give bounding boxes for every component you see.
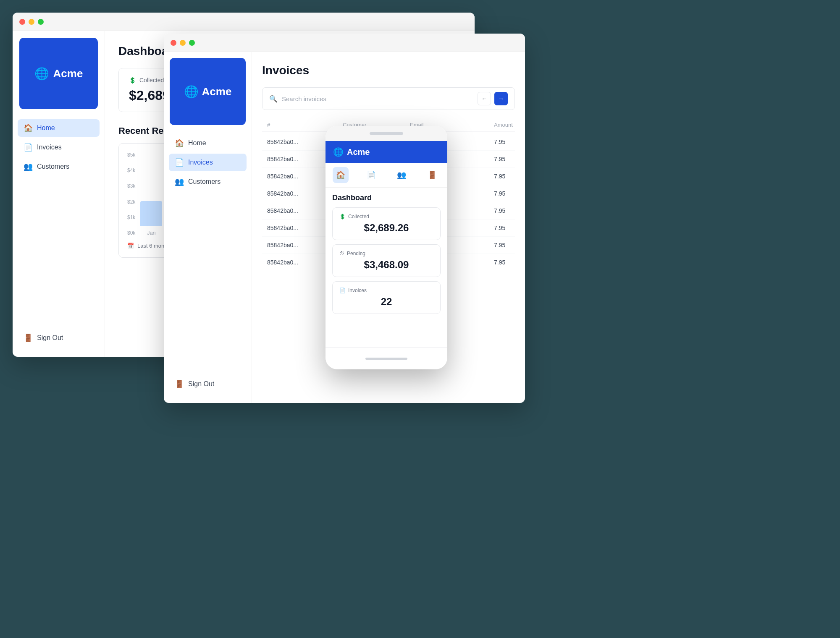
sidebar-customers-label: Customers bbox=[37, 163, 69, 170]
sidebar-invoices-label: Invoices bbox=[37, 144, 62, 151]
mobile-dashboard-title: Dashboard bbox=[332, 193, 441, 202]
bar-jan: Jan bbox=[140, 201, 162, 236]
close-button[interactable] bbox=[19, 19, 25, 25]
mobile-nav-customers[interactable]: 👥 bbox=[394, 167, 410, 183]
mobile-nav-home[interactable]: 🏠 bbox=[333, 167, 349, 183]
sidebar-home-label: Home bbox=[37, 124, 55, 132]
invoices-sidebar-home[interactable]: 🏠 Home bbox=[169, 134, 247, 152]
bar-jan-label: Jan bbox=[147, 230, 156, 236]
invoices-sidebar-customers[interactable]: 👥 Customers bbox=[169, 173, 247, 191]
mobile-brand-name: Acme bbox=[347, 147, 370, 157]
search-next-button[interactable]: → bbox=[494, 92, 508, 105]
calendar-icon: 📅 bbox=[127, 243, 134, 249]
search-placeholder-text: Search invoices bbox=[282, 95, 326, 102]
mobile-home-indicator bbox=[365, 358, 407, 360]
y-label-4k: $4k bbox=[127, 167, 135, 173]
invoices-home-icon: 🏠 bbox=[175, 139, 184, 148]
bar-jan-bar bbox=[140, 201, 162, 226]
mobile-invoices-card: 📄 Invoices 22 bbox=[332, 281, 441, 314]
invoices-sidebar-invoices[interactable]: 📄 Invoices bbox=[169, 154, 247, 171]
maximize-button[interactable] bbox=[38, 19, 44, 25]
invoices-sign-out-button[interactable]: 🚪 Sign Out bbox=[169, 375, 247, 393]
sign-out-icon: 🚪 bbox=[24, 333, 33, 343]
search-bar[interactable]: 🔍 Search invoices ← → bbox=[262, 87, 515, 110]
invoices-close-button[interactable] bbox=[171, 40, 176, 46]
y-label-0k: $0k bbox=[127, 230, 135, 236]
window-titlebar bbox=[13, 13, 475, 31]
search-icon: 🔍 bbox=[269, 95, 278, 103]
home-icon: 🏠 bbox=[24, 123, 33, 133]
mobile-pending-value: $3,468.09 bbox=[339, 259, 433, 271]
invoices-sidebar-bottom: 🚪 Sign Out bbox=[164, 370, 252, 403]
sign-out-button[interactable]: 🚪 Sign Out bbox=[18, 329, 100, 347]
invoice-amount: 7.95 bbox=[494, 173, 525, 180]
y-label-5k: $5k bbox=[127, 152, 135, 158]
minimize-button[interactable] bbox=[29, 19, 34, 25]
mobile-clock-icon: ⏱ bbox=[339, 251, 344, 256]
mobile-body: Dashboard 💲 Collected $2,689.26 ⏱ Pendin… bbox=[326, 188, 447, 324]
globe-icon: 🌐 bbox=[34, 67, 49, 81]
invoices-icon: 📄 bbox=[24, 143, 33, 152]
customers-icon: 👥 bbox=[24, 162, 33, 171]
invoices-sidebar-home-label: Home bbox=[188, 139, 206, 147]
invoices-sidebar: 🌐 Acme 🏠 Home 📄 Invoices 👥 Customers bbox=[164, 52, 252, 403]
invoice-amount: 7.95 bbox=[494, 190, 525, 197]
y-label-1k: $1k bbox=[127, 214, 135, 220]
invoices-maximize-button[interactable] bbox=[189, 40, 195, 46]
mobile-nav-bar: 🏠 📄 👥 🚪 bbox=[326, 163, 447, 188]
mobile-content: 🌐 Acme 🏠 📄 👥 🚪 Dashboard 💲 Collected $2,… bbox=[326, 141, 447, 348]
invoices-sign-out-icon: 🚪 bbox=[175, 379, 184, 389]
sidebar-brand-name: Acme bbox=[53, 67, 83, 80]
mobile-pending-card: ⏱ Pending $3,468.09 bbox=[332, 244, 441, 277]
mobile-invoices-label: 📄 Invoices bbox=[339, 288, 433, 293]
invoice-amount: 7.95 bbox=[494, 242, 525, 248]
mobile-invoice-icon: 📄 bbox=[339, 288, 346, 293]
invoice-amount: 7.95 bbox=[494, 207, 525, 214]
invoices-sidebar-logo: 🌐 Acme bbox=[170, 58, 246, 125]
sidebar-item-invoices[interactable]: 📄 Invoices bbox=[18, 139, 100, 156]
invoices-page-title: Invoices bbox=[262, 64, 515, 77]
mobile-globe-icon: 🌐 bbox=[333, 147, 344, 157]
mobile-nav-signout[interactable]: 🚪 bbox=[424, 167, 440, 183]
invoices-customers-icon: 👥 bbox=[175, 177, 184, 186]
y-label-2k: $2k bbox=[127, 199, 135, 205]
mobile-collected-card: 💲 Collected $2,689.26 bbox=[332, 207, 441, 240]
mobile-pending-label: ⏱ Pending bbox=[339, 251, 433, 256]
mobile-invoices-count: 22 bbox=[339, 296, 433, 308]
mobile-collected-label: 💲 Collected bbox=[339, 214, 433, 220]
invoices-minimize-button[interactable] bbox=[180, 40, 186, 46]
invoice-amount: 7.95 bbox=[494, 139, 525, 145]
mobile-bottom-nav bbox=[326, 348, 447, 369]
sign-out-label: Sign Out bbox=[37, 334, 63, 342]
dollar-circle-icon: 💲 bbox=[129, 77, 136, 84]
header-amount: Amount bbox=[494, 122, 525, 128]
invoices-globe-icon: 🌐 bbox=[184, 85, 199, 99]
mobile-titlebar bbox=[326, 126, 447, 141]
sidebar-logo: 🌐 Acme bbox=[19, 38, 98, 109]
invoice-amount: 7.95 bbox=[494, 259, 525, 266]
sidebar-bottom: 🚪 Sign Out bbox=[13, 324, 105, 357]
invoices-sidebar-invoices-label: Invoices bbox=[188, 159, 213, 166]
invoices-brand-name: Acme bbox=[202, 85, 232, 98]
invoices-sidebar-invoices-icon: 📄 bbox=[175, 158, 184, 167]
y-axis: $5k $4k $3k $2k $1k $0k bbox=[127, 152, 135, 236]
invoices-sign-out-label: Sign Out bbox=[188, 380, 214, 388]
invoices-sidebar-nav: 🏠 Home 📄 Invoices 👥 Customers bbox=[164, 131, 252, 370]
invoices-sidebar-customers-label: Customers bbox=[188, 178, 220, 186]
mobile-nav-invoices[interactable]: 📄 bbox=[363, 167, 379, 183]
sidebar-item-customers[interactable]: 👥 Customers bbox=[18, 158, 100, 175]
mobile-notch bbox=[370, 132, 403, 135]
sidebar-nav: 🏠 Home 📄 Invoices 👥 Customers bbox=[13, 116, 105, 324]
search-back-button[interactable]: ← bbox=[478, 92, 491, 105]
invoices-titlebar bbox=[164, 34, 525, 52]
sidebar-item-home[interactable]: 🏠 Home bbox=[18, 119, 100, 137]
invoice-amount: 7.95 bbox=[494, 225, 525, 231]
dashboard-sidebar: 🌐 Acme 🏠 Home 📄 Invoices 👥 Customers bbox=[13, 31, 105, 357]
y-label-3k: $3k bbox=[127, 183, 135, 189]
invoice-amount: 7.95 bbox=[494, 156, 525, 162]
mobile-collected-value: $2,689.26 bbox=[339, 222, 433, 234]
mobile-window: 🌐 Acme 🏠 📄 👥 🚪 Dashboard 💲 Collected $2,… bbox=[326, 126, 447, 369]
mobile-header: 🌐 Acme bbox=[326, 141, 447, 163]
mobile-dollar-icon: 💲 bbox=[339, 214, 346, 220]
